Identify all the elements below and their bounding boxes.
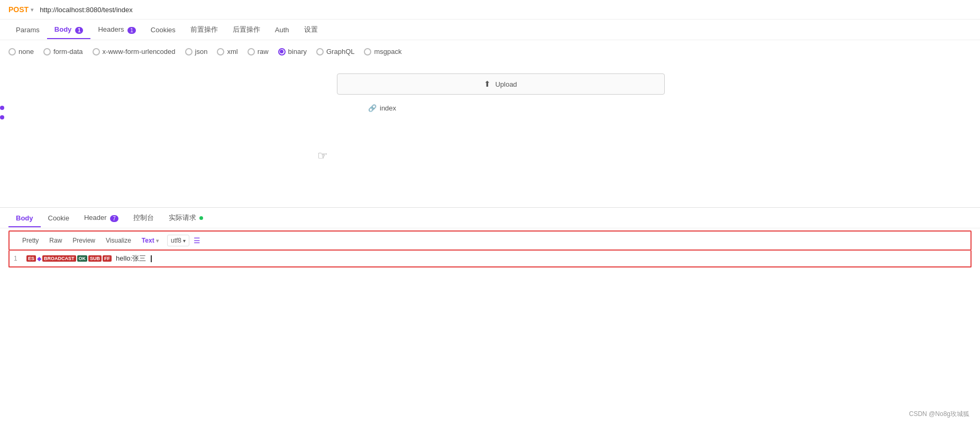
tab-cookies[interactable]: Cookies	[143, 21, 183, 39]
tab-post-action[interactable]: 后置操作	[225, 20, 268, 40]
encoding-chevron-icon: ▾	[183, 238, 186, 244]
tab-headers[interactable]: Headers 1	[90, 20, 143, 39]
radio-msgpack[interactable]	[364, 48, 371, 56]
request-bar: POST ▾ http://localhost:8080/test/index	[0, 0, 980, 20]
resp-tab-body[interactable]: Body	[8, 209, 41, 227]
option-raw[interactable]: raw	[248, 48, 269, 56]
subtab-text[interactable]: Text ▾	[138, 235, 163, 246]
option-graphql[interactable]: GraphQL	[316, 48, 354, 56]
resp-tab-cookie[interactable]: Cookie	[41, 209, 77, 227]
resp-tab-header[interactable]: Header 7	[77, 208, 126, 227]
line-number: 1	[14, 255, 22, 262]
option-none[interactable]: none	[8, 48, 34, 56]
response-line-1: 1 ES ◆ BROADCAST OK SUB FF hello:张三	[14, 254, 966, 263]
content-area: ☞	[0, 123, 980, 207]
option-json-label: json	[195, 48, 208, 56]
left-dots-panel	[0, 106, 4, 119]
radio-urlencoded[interactable]	[93, 48, 100, 56]
badge-diamond-icon: ◆	[37, 255, 41, 262]
response-text: hello:张三	[116, 254, 146, 263]
radio-form-data[interactable]	[43, 48, 51, 56]
option-binary[interactable]: binary	[278, 48, 307, 56]
attribution-text: CSDN @No8g玫城狐	[909, 410, 969, 419]
badge-es: ES	[26, 255, 36, 262]
option-urlencoded-label: x-www-form-urlencoded	[103, 48, 176, 56]
subtab-pretty[interactable]: Pretty	[18, 235, 43, 246]
link-icon: 🔗	[368, 104, 377, 112]
response-badges: ES ◆ BROADCAST OK SUB FF	[26, 255, 112, 262]
option-none-label: none	[19, 48, 34, 56]
badge-ok: OK	[77, 255, 88, 262]
option-msgpack[interactable]: msgpack	[364, 48, 401, 56]
encoding-selector[interactable]: utf8 ▾	[167, 235, 189, 246]
cursor-indicator: ☞	[317, 149, 328, 163]
option-raw-label: raw	[258, 48, 269, 56]
url-display[interactable]: http://localhost:8080/test/index	[40, 6, 133, 14]
resp-tab-actual[interactable]: 实际请求	[161, 208, 211, 228]
tab-settings[interactable]: 设置	[297, 20, 325, 40]
badge-broadcast: BROADCAST	[42, 255, 76, 262]
left-dot-1[interactable]	[0, 106, 4, 110]
option-binary-label: binary	[288, 48, 307, 56]
upload-button[interactable]: ⬆ Upload	[337, 73, 665, 95]
upload-section: ⬆ Upload 🔗 index	[0, 63, 980, 123]
subtab-visualize[interactable]: Visualize	[102, 235, 135, 246]
option-urlencoded[interactable]: x-www-form-urlencoded	[93, 48, 176, 56]
left-dot-2[interactable]	[0, 115, 4, 119]
option-xml-label: xml	[227, 48, 237, 56]
option-form-data[interactable]: form-data	[43, 48, 83, 56]
body-badge: 1	[75, 27, 84, 34]
option-graphql-label: GraphQL	[326, 48, 354, 56]
radio-xml[interactable]	[217, 48, 224, 56]
tab-params[interactable]: Params	[8, 21, 47, 39]
radio-json[interactable]	[185, 48, 193, 56]
response-tabs: Body Cookie Header 7 控制台 实际请求	[0, 208, 980, 228]
radio-raw[interactable]	[248, 48, 255, 56]
text-cursor	[151, 255, 152, 262]
headers-badge: 1	[127, 27, 136, 34]
tab-body[interactable]: Body 1	[47, 20, 91, 39]
subtab-raw[interactable]: Raw	[45, 235, 66, 246]
option-xml[interactable]: xml	[217, 48, 237, 56]
body-type-options: none form-data x-www-form-urlencoded jso…	[0, 40, 980, 63]
radio-none[interactable]	[8, 48, 16, 56]
encoding-value: utf8	[171, 237, 181, 244]
option-json[interactable]: json	[185, 48, 208, 56]
radio-binary[interactable]	[278, 48, 286, 56]
actual-request-dot	[199, 216, 203, 220]
upload-label: Upload	[495, 80, 517, 88]
subtab-preview[interactable]: Preview	[68, 235, 99, 246]
wrap-icon[interactable]: ☰	[194, 236, 200, 245]
method-selector[interactable]: POST ▾	[8, 5, 33, 14]
option-msgpack-label: msgpack	[374, 48, 401, 56]
radio-graphql[interactable]	[316, 48, 324, 56]
text-chevron-icon: ▾	[156, 238, 159, 244]
tab-pre-action[interactable]: 前置操作	[183, 20, 225, 40]
method-label: POST	[8, 5, 29, 14]
tab-auth[interactable]: Auth	[268, 21, 297, 39]
request-tabs: Params Body 1 Headers 1 Cookies 前置操作 后置操…	[0, 20, 980, 40]
badge-ff: FF	[103, 255, 112, 262]
response-body: 1 ES ◆ BROADCAST OK SUB FF hello:张三	[8, 251, 972, 267]
option-form-data-label: form-data	[53, 48, 83, 56]
upload-icon: ⬆	[484, 79, 491, 89]
resp-tab-console[interactable]: 控制台	[126, 208, 161, 228]
header-badge: 7	[110, 215, 118, 222]
badge-sub: SUB	[88, 255, 102, 262]
response-subtoolbar: Pretty Raw Preview Visualize Text ▾ utf8…	[8, 230, 972, 251]
method-chevron-icon: ▾	[31, 7, 33, 13]
upload-link-text: index	[380, 104, 396, 112]
